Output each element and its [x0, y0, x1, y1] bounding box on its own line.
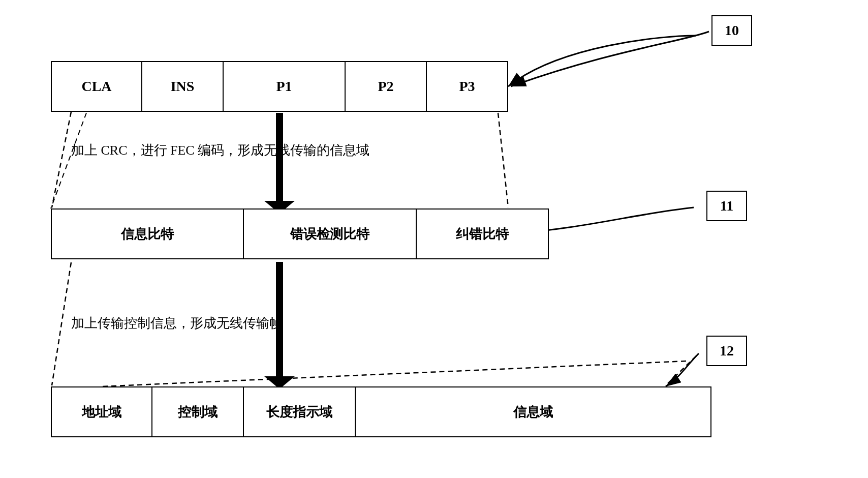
cell-ctrl: 控制域: [152, 386, 244, 437]
cell-p1-label: P1: [276, 78, 292, 95]
cell-p1: P1: [224, 61, 346, 112]
bottom-row: 地址域 控制域 长度指示域 信息域: [51, 386, 711, 437]
cell-ins-label: INS: [171, 78, 195, 95]
cell-msg: 信息域: [356, 386, 711, 437]
cell-fix-bit: 纠错比特: [417, 208, 549, 259]
cell-cla: CLA: [51, 61, 142, 112]
label-10-text: 10: [725, 22, 739, 39]
annotation-1: 加上 CRC，进行 FEC 编码，形成无线传输的信息域: [71, 141, 369, 159]
annotation-2: 加上传输控制信息，形成无线传输帧: [71, 314, 283, 332]
cell-error-bit-label: 错误检测比特: [290, 225, 369, 243]
cell-fix-bit-label: 纠错比特: [456, 225, 509, 243]
label-12-text: 12: [720, 343, 734, 359]
label-11: 11: [706, 191, 747, 221]
cell-error-bit: 错误检测比特: [244, 208, 417, 259]
cell-p2-label: P2: [378, 78, 393, 95]
cell-addr: 地址域: [51, 386, 152, 437]
cell-info-bit-label: 信息比特: [121, 225, 174, 243]
top-row: CLA INS P1 P2 P3: [51, 61, 508, 112]
label-11-text: 11: [720, 198, 733, 214]
cell-p3: P3: [427, 61, 508, 112]
cell-ctrl-label: 控制域: [178, 403, 218, 421]
cell-p2: P2: [346, 61, 427, 112]
cell-len: 长度指示域: [244, 386, 356, 437]
cell-info-bit: 信息比特: [51, 208, 244, 259]
svg-line-10: [102, 361, 686, 386]
svg-line-8: [498, 113, 508, 207]
middle-row: 信息比特 错误检测比特 纠错比特: [51, 208, 549, 259]
cell-addr-label: 地址域: [82, 403, 121, 421]
svg-line-6: [51, 113, 86, 208]
annotation-1-text: 加上 CRC，进行 FEC 编码，形成无线传输的信息域: [71, 143, 369, 158]
annotation-2-text: 加上传输控制信息，形成无线传输帧: [71, 316, 283, 331]
svg-line-9: [666, 356, 696, 385]
cell-len-label: 长度指示域: [266, 403, 332, 421]
cell-ins: INS: [142, 61, 224, 112]
label-10: 10: [711, 15, 752, 46]
cell-msg-label: 信息域: [513, 403, 553, 421]
cell-cla-label: CLA: [81, 78, 111, 95]
svg-line-11: [52, 262, 71, 385]
label-12: 12: [706, 336, 747, 366]
diagram-container: CLA INS P1 P2 P3 10 加上 CRC，进行 FEC 编码，形成无…: [0, 0, 868, 478]
svg-line-7: [52, 112, 71, 207]
cell-p3-label: P3: [459, 78, 475, 95]
